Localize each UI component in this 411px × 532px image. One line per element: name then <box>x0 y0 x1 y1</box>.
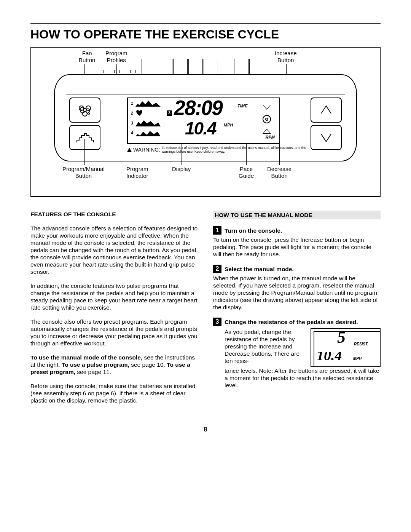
pace-target-icon <box>263 115 271 123</box>
manual-mode-heading: HOW TO USE THE MANUAL MODE <box>213 211 381 219</box>
features-heading: FEATURES OF THE CONSOLE <box>30 211 198 218</box>
inset-mph-label: MPH <box>353 355 362 362</box>
left-column: FEATURES OF THE CONSOLE The advanced con… <box>30 211 198 411</box>
callout-program-manual: Program/Manual Button <box>62 166 105 179</box>
speed-readout: 10.4 <box>185 118 216 139</box>
right-column: HOW TO USE THE MANUAL MODE 1 Turn on the… <box>213 211 381 411</box>
profile-number: 2 <box>131 111 133 115</box>
step-title: Turn on the console. <box>225 226 282 234</box>
callout-increase-button: Increase Button <box>275 50 297 64</box>
callout-decrease-button: Decrease Button <box>267 166 292 179</box>
body-paragraph: The console also offers two preset progr… <box>30 318 198 347</box>
step-body: When the power is turned on, the manual … <box>213 275 381 311</box>
caret-up-icon <box>320 104 333 117</box>
step-title: Change the resistance of the pedals as d… <box>225 318 358 326</box>
step-row: 3 Change the resistance of the pedals as… <box>213 318 381 326</box>
increase-button[interactable] <box>311 97 342 123</box>
time-label: TIME <box>237 104 247 108</box>
program-manual-button[interactable] <box>69 125 100 150</box>
inset-speed-value: 10.4 <box>317 352 342 366</box>
fan-button[interactable] <box>69 97 100 123</box>
callout-pace-guide: Pace Guide <box>239 166 254 179</box>
resistance-inset: 5 RESIST. 10.4 MPH <box>311 328 381 367</box>
callout-display: Display <box>172 166 191 173</box>
inset-resist-value: 5 <box>337 334 346 341</box>
pace-arrow-down-icon <box>263 105 271 110</box>
fan-icon <box>77 102 92 118</box>
profile-silhouette-icon <box>135 100 162 107</box>
step-row: 2 Select the manual mode. <box>213 265 381 273</box>
step-body: To turn on the console, press the Increa… <box>213 236 381 258</box>
body-paragraph: The advanced console offers a selection … <box>30 225 198 275</box>
pace-arrow-up-icon <box>263 129 271 134</box>
profile-number: 4 <box>131 131 133 135</box>
warning-triangle-icon <box>127 148 132 152</box>
stairs-icon <box>76 132 94 143</box>
body-paragraph: Before using the console, make sure that… <box>30 382 198 404</box>
profile-silhouette-icon <box>135 120 162 126</box>
step-number-badge: 2 <box>213 265 221 273</box>
program-indicator-badge: 3 <box>167 110 172 116</box>
step-number-badge: 3 <box>213 318 221 326</box>
callout-program-indicator: Program Indicator <box>126 166 148 179</box>
top-rule <box>30 23 381 24</box>
pace-guide <box>257 102 276 136</box>
callout-program-profiles: Program Profiles <box>105 50 127 64</box>
page-heading: HOW TO OPERATE THE EXERCISE CYCLE <box>30 27 381 42</box>
warning-text: To reduce risk of serious injury, read a… <box>162 146 318 153</box>
mph-label: MPH <box>224 123 233 127</box>
svg-point-1 <box>79 106 84 110</box>
time-readout: 28:09 <box>174 95 222 120</box>
lcd-display: 1 2 3 4 3 28:09 TIM <box>127 97 280 144</box>
svg-point-2 <box>86 106 91 110</box>
caret-down-icon <box>320 131 333 144</box>
profile-number: 3 <box>131 121 133 125</box>
step-number-badge: 1 <box>213 226 221 235</box>
profile-number: 1 <box>131 101 133 105</box>
warning-strip: WARNING: To reduce risk of serious injur… <box>127 146 318 153</box>
heart-icon <box>135 110 143 117</box>
step-body: 5 RESIST. 10.4 MPH As you pedal, change … <box>225 328 381 389</box>
console-diagram: Fan Button Program Profiles Increase But… <box>30 47 381 197</box>
profile-silhouette-icon <box>135 129 162 136</box>
step-row: 1 Turn on the console. <box>213 226 381 235</box>
page-number: 8 <box>30 426 381 433</box>
callout-fan-button: Fan Button <box>79 50 95 64</box>
body-paragraph: To use the manual mode of the console, s… <box>30 354 198 375</box>
warning-label: WARNING: <box>133 148 160 152</box>
console-outline: 1 2 3 4 3 28:09 TIM <box>54 74 357 161</box>
inset-resist-label: RESIST. <box>354 340 368 348</box>
body-paragraph: In addition, the console features two pu… <box>30 282 198 311</box>
step-title: Select the manual mode. <box>225 265 294 273</box>
